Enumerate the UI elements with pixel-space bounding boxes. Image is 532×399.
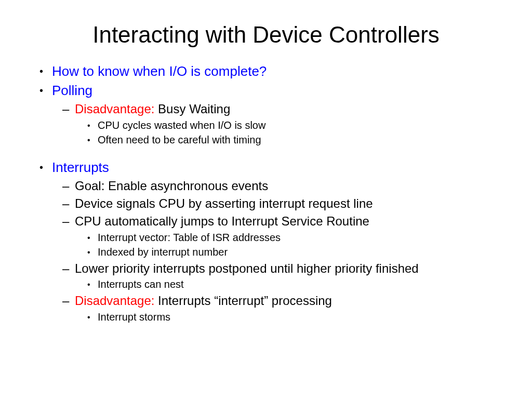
slide-title: Interacting with Device Controllers [31,22,501,48]
sub-text: Lower priority interrupts postponed unti… [75,261,419,275]
bullet-list: Interrupts Goal: Enable asynchronous eve… [31,158,501,324]
sub-sub-item: Interrupts can nest [98,277,501,291]
sub-sub-item: CPU cycles wasted when I/O is slow [98,118,501,132]
sub-label: Disadvantage: [75,294,154,308]
bullet-text: Polling [52,83,92,98]
sub-item: Goal: Enable asynchronous events [75,178,501,194]
bullet-item: Polling Disadvantage: Busy Waiting CPU c… [52,82,501,147]
bullet-text: How to know when I/O is complete? [52,63,267,79]
sub-item: Disadvantage: Interrupts “interrupt” pro… [75,292,501,324]
sub-label: Disadvantage: [75,102,154,116]
sub-item: CPU automatically jumps to Interrupt Ser… [75,213,501,259]
sub-sub-item: Indexed by interrupt number [98,245,501,259]
slide: Interacting with Device Controllers How … [0,0,532,341]
sub-sub-text: CPU cycles wasted when I/O is slow [98,119,265,131]
sub-sub-text: Interrupt vector: Table of ISR addresses [98,232,281,243]
sub-text: Device signals CPU by asserting interrup… [75,196,373,210]
sub-sub-list: Interrupts can nest [75,277,501,291]
sub-text: Interrupts “interrupt” processing [154,294,331,308]
sub-item: Disadvantage: Busy Waiting CPU cycles wa… [75,101,501,147]
sub-item: Lower priority interrupts postponed unti… [75,260,501,291]
bullet-item: Interrupts Goal: Enable asynchronous eve… [52,158,501,324]
sub-sub-item: Interrupt vector: Table of ISR addresses [98,231,501,245]
sub-item: Device signals CPU by asserting interrup… [75,195,501,212]
sub-sub-text: Interrupt storms [98,311,170,323]
sub-list: Goal: Enable asynchronous events Device … [52,178,501,324]
bullet-item: How to know when I/O is complete? [52,62,501,81]
sub-sub-list: Interrupt storms [75,310,501,324]
sub-sub-text: Indexed by interrupt number [98,246,228,258]
spacer [31,148,501,158]
sub-sub-text: Often need to be careful with timing [98,134,261,145]
sub-text: Goal: Enable asynchronous events [75,179,268,193]
bullet-text: Interrupts [52,159,109,175]
bullet-list: How to know when I/O is complete? Pollin… [31,62,501,147]
sub-text: Busy Waiting [154,102,230,116]
sub-sub-text: Interrupts can nest [98,278,184,290]
sub-sub-item: Often need to be careful with timing [98,133,501,147]
sub-sub-list: CPU cycles wasted when I/O is slow Often… [75,118,501,147]
sub-sub-list: Interrupt vector: Table of ISR addresses… [75,231,501,259]
sub-list: Disadvantage: Busy Waiting CPU cycles wa… [52,101,501,147]
sub-text: CPU automatically jumps to Interrupt Ser… [75,214,369,228]
sub-sub-item: Interrupt storms [98,310,501,324]
